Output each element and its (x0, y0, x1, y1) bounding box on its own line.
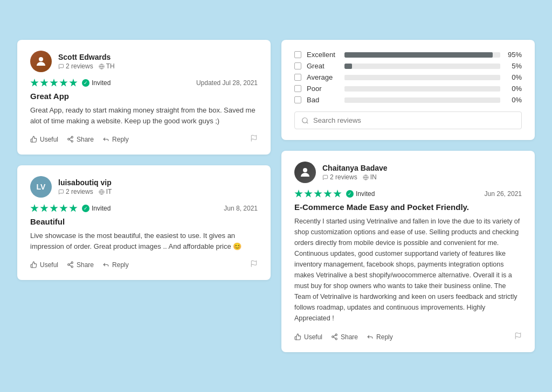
main-container: Scott Edwards 2 reviews TH (17, 40, 535, 352)
rating-bar-fill-0 (344, 52, 493, 58)
share-button-3[interactable]: Share (331, 333, 358, 341)
rating-rows: Excellent 95% Great 5% Average 0% Poor 0… (294, 51, 522, 104)
rating-pct-2: 0% (506, 73, 522, 81)
svg-line-6 (70, 139, 72, 141)
reviewer-name-3: Chaitanya Badave (322, 164, 522, 172)
star-5 (69, 79, 78, 87)
action-buttons-3: Useful Share Reply (294, 333, 393, 341)
svg-point-19 (303, 168, 307, 172)
rating-checkbox-4[interactable] (294, 96, 301, 103)
reply-button-2[interactable]: Reply (102, 261, 129, 269)
rating-label-4: Bad (307, 96, 339, 104)
star-3-4 (323, 190, 332, 198)
star-3-1 (294, 190, 303, 198)
share-button-1[interactable]: Share (67, 136, 94, 143)
svg-point-22 (335, 334, 337, 335)
ratings-card: Excellent 95% Great 5% Average 0% Poor 0… (281, 40, 535, 140)
star-4 (59, 79, 68, 87)
invited-badge-2: ✓ Invited (82, 205, 111, 212)
search-box[interactable] (294, 111, 522, 129)
review-title-3: E-Commerce Made Easy and Pocket Friendly… (294, 202, 522, 212)
star-3-2 (304, 190, 313, 198)
rating-label-2: Average (307, 73, 339, 81)
stars-3 (294, 190, 342, 198)
share-button-2[interactable]: Share (67, 261, 94, 269)
star-3 (50, 79, 58, 87)
rating-checkbox-3[interactable] (294, 85, 301, 92)
reviewer-header-3: Chaitanya Badave 2 reviews IN (294, 162, 522, 183)
review-date-2: Jun 8, 2021 (224, 205, 258, 212)
check-icon-1: ✓ (82, 79, 89, 87)
country-2: IT (99, 188, 112, 195)
rating-label-3: Poor (307, 85, 339, 93)
reviewer-name-1: Scott Edwards (58, 53, 258, 61)
svg-line-14 (70, 265, 72, 266)
search-icon (301, 117, 309, 124)
review-badge-row-3: ✓ Invited Jun 26, 2021 (294, 190, 522, 198)
useful-button-2[interactable]: Useful (30, 261, 58, 269)
useful-button-1[interactable]: Useful (30, 136, 58, 143)
rating-bar-container-0 (344, 52, 500, 58)
invited-badge-3: ✓ Invited (346, 190, 375, 198)
rating-row-0: Excellent 95% (294, 51, 522, 59)
review-title-2: Beautiful (30, 217, 258, 226)
search-input[interactable] (313, 116, 515, 124)
review-actions-3: Useful Share Reply (294, 332, 522, 341)
rating-checkbox-1[interactable] (294, 62, 301, 69)
reviewer-header-2: LV luisaboutiq vip 2 reviews IT (30, 176, 258, 198)
flag-button-3[interactable] (514, 332, 522, 341)
country-3: IN (363, 173, 377, 181)
reply-button-1[interactable]: Reply (102, 136, 129, 143)
svg-line-15 (70, 263, 72, 264)
star-2-2 (40, 204, 49, 213)
svg-line-26 (334, 335, 336, 337)
review-date-1: Updated Jul 28, 2021 (196, 79, 258, 87)
reviewer-info-1: Scott Edwards 2 reviews TH (58, 53, 258, 70)
right-column: Excellent 95% Great 5% Average 0% Poor 0… (281, 40, 535, 352)
star-2-4 (59, 204, 68, 213)
rating-row-2: Average 0% (294, 73, 522, 81)
svg-line-18 (307, 122, 308, 123)
review-badge-row-2: ✓ Invited Jun 8, 2021 (30, 204, 258, 213)
review-actions-1: Useful Share Reply (30, 135, 258, 144)
flag-button-1[interactable] (250, 135, 258, 144)
star-3-3 (314, 190, 322, 198)
svg-point-5 (71, 141, 73, 142)
reviewer-name-2: luisaboutiq vip (58, 178, 258, 187)
svg-point-4 (68, 138, 70, 140)
rating-checkbox-0[interactable] (294, 51, 301, 58)
star-2-5 (69, 204, 78, 213)
review-title-1: Great App (30, 92, 258, 101)
check-icon-3: ✓ (346, 190, 354, 198)
review-count-1: 2 reviews (58, 62, 93, 70)
review-badge-row-1: ✓ Invited Updated Jul 28, 2021 (30, 79, 258, 87)
star-2 (40, 79, 49, 87)
check-icon-2: ✓ (82, 205, 89, 212)
svg-point-11 (71, 262, 73, 263)
rating-pct-3: 0% (506, 85, 522, 93)
invited-badge-1: ✓ Invited (82, 79, 111, 87)
reply-button-3[interactable]: Reply (367, 333, 393, 341)
reviewer-meta-1: 2 reviews TH (58, 62, 258, 70)
svg-point-12 (68, 264, 70, 265)
review-body-1: Great App, ready to start making money s… (30, 105, 258, 126)
rating-bar-container-1 (344, 64, 500, 69)
svg-point-0 (39, 57, 43, 61)
action-buttons-1: Useful Share Reply (30, 136, 129, 143)
stars-2 (30, 204, 78, 213)
svg-point-24 (335, 338, 337, 340)
rating-pct-0: 95% (506, 51, 522, 59)
review-card-2: LV luisaboutiq vip 2 reviews IT (17, 165, 271, 280)
rating-bar-container-4 (344, 97, 500, 103)
review-body-3: Recently I started using Vetrinalive and… (294, 216, 522, 324)
svg-point-17 (302, 117, 307, 122)
flag-button-2[interactable] (250, 260, 258, 269)
rating-row-3: Poor 0% (294, 85, 522, 93)
rating-checkbox-2[interactable] (294, 74, 301, 81)
review-card-1: Scott Edwards 2 reviews TH (17, 40, 271, 155)
country-1: TH (99, 62, 115, 70)
useful-button-3[interactable]: Useful (294, 333, 322, 341)
badge-left-2: ✓ Invited (30, 204, 111, 213)
rating-label-1: Great (307, 62, 339, 70)
review-count-3: 2 reviews (322, 173, 357, 181)
